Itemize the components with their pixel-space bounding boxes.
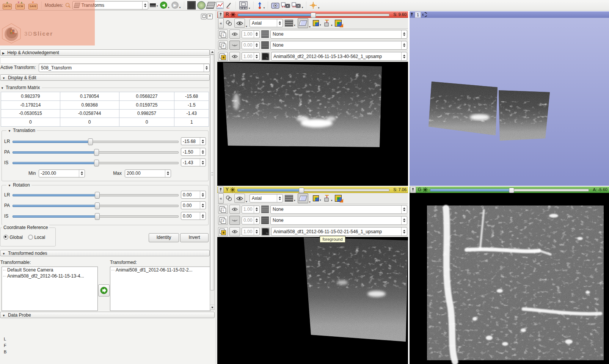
label-visibility-eye-icon[interactable] [229,205,240,214]
pin-icon[interactable] [410,13,413,17]
module-selector[interactable]: Transforms [72,1,148,9]
reformat-button[interactable] [335,195,342,202]
crosshair-button[interactable]: ▼ [309,2,320,9]
matrix-cell[interactable]: 0.0159725 [119,100,174,109]
yellow-slice-image[interactable] [217,237,408,364]
label-volume-selector[interactable]: None [270,205,407,214]
transform-matrix-table[interactable]: 0.982379 0.178054 0.0568227 -15.68 -0.17… [1,92,209,127]
view-spin-icon[interactable] [231,12,235,17]
reformat-button[interactable] [335,20,342,27]
matrix-cell[interactable]: 0.982379 [1,92,60,101]
green-slice-slider[interactable] [430,187,589,192]
matrix-cell[interactable]: 0 [60,118,119,127]
pin-icon[interactable] [218,11,224,18]
background-opacity-spinbox[interactable]: 1.00 [242,228,260,235]
background-layer-icon[interactable]: B [218,52,228,61]
scrollbar-thumb[interactable] [210,55,214,290]
matrix-cell[interactable]: -1.5 [174,100,209,109]
collapse-controller-icon[interactable] [218,193,224,204]
markups-icon[interactable] [225,2,233,9]
dcm-button[interactable]: ▼▲ DCM [14,0,26,10]
foreground-volume-selector[interactable]: None [270,41,407,50]
translation-lr-spinbox[interactable]: -15.68 [181,137,206,145]
red-orientation-selector[interactable]: Axial [250,19,283,27]
list-item[interactable]: Animal508_df1_2012-06-11-15-02-2... [110,267,210,273]
slice-visibility-eye-icon[interactable] [234,194,245,203]
background-volume-selector[interactable]: Animal508_df2_2012-06-11-15-13-40-562_1_… [271,52,407,61]
load-data-button[interactable]: ▲ DATA [2,0,13,10]
background-visibility-eye-icon[interactable] [229,227,240,236]
lightbox-button[interactable]: ▼ [285,195,296,202]
matrix-cell[interactable]: -1.43 [174,109,209,118]
models-icon[interactable] [197,1,206,9]
matrix-cell[interactable]: 0 [119,118,174,127]
local-radio[interactable]: Local [28,235,45,240]
data-probe-section-header[interactable]: Data Probe [0,312,215,318]
foreground-visibility-eye-icon[interactable] [229,216,240,225]
red-slice-image[interactable] [217,62,408,186]
scene-view-icon[interactable] [281,2,290,9]
threed-scene[interactable] [410,18,609,186]
transforms-icon[interactable] [206,2,215,9]
yellow-slice-slider[interactable] [237,187,389,192]
background-opacity-spinbox[interactable]: 1.00 [242,52,260,60]
translation-is-spinbox[interactable]: -1.43 [181,158,206,166]
screenshot-icon[interactable] [271,2,279,9]
rotation-pa-spinbox[interactable]: 0.00 [181,201,206,209]
rotation-is-slider[interactable] [13,213,179,219]
matrix-cell[interactable]: -0.0530515 [1,109,60,118]
matrix-cell[interactable]: 0.0568227 [119,92,174,101]
translation-is-slider[interactable] [13,160,179,166]
green-slice-image[interactable] [410,193,609,364]
ruler-button[interactable]: ▼ [298,193,311,203]
labelmap-icon[interactable] [261,41,269,49]
help-section-header[interactable]: Help & Acknowledgement [0,49,210,56]
labelmap-icon[interactable] [261,30,269,38]
slice-model-button[interactable]: ▼ [313,20,322,26]
collapse-controller-icon[interactable] [218,18,224,28]
label-opacity-spinbox[interactable]: 1.00 [242,30,260,38]
restore-scene-view-button[interactable]: ▼ [292,2,303,9]
identity-button[interactable]: Identity [149,233,179,242]
translation-lr-slider[interactable] [13,138,179,144]
undock-panel-icon[interactable] [201,14,207,19]
matrix-cell[interactable]: 0 [1,118,60,127]
apply-transform-button[interactable] [98,284,110,297]
display-edit-section-header[interactable]: Display & Edit [0,74,210,81]
foreground-opacity-spinbox[interactable]: 0.00 [242,41,260,49]
volumes-icon[interactable] [187,1,196,9]
global-radio[interactable]: Global [3,235,23,240]
close-panel-icon[interactable]: ✕ [207,14,213,19]
background-visibility-eye-icon[interactable] [229,52,240,61]
red-slice-slider[interactable] [238,12,389,17]
labelmap-icon[interactable] [261,217,269,224]
rotation-lr-slider[interactable] [13,192,179,198]
matrix-cell[interactable]: 0.178054 [60,92,119,101]
volume-thumbnail-icon[interactable] [261,228,270,236]
background-volume-selector[interactable]: Animal508_df1_2012-06-11-15-02-21-546_1_… [271,227,407,236]
link-views-icon[interactable] [226,20,232,26]
panel-scrollbar[interactable] [210,49,215,310]
labelmap-icon[interactable] [261,206,269,213]
module-selector-spinner[interactable] [142,2,148,9]
list-item[interactable]: Default Scene Camera [2,267,97,273]
label-visibility-eye-icon[interactable] [229,30,240,39]
label-opacity-spinbox[interactable]: 1.00 [242,206,260,213]
foreground-layer-icon[interactable]: F [218,216,228,225]
history-back-button[interactable]: ◀ ▼ [160,2,170,9]
min-spinbox[interactable]: -200.00 [39,169,85,177]
label-layer-icon[interactable]: L [218,30,228,39]
module-search-icon[interactable] [65,2,71,8]
foreground-opacity-spinbox[interactable]: 0.00 [242,217,260,224]
invert-button[interactable]: Invert [180,233,209,242]
label-layer-icon[interactable]: L [218,205,228,214]
slice-spacing-button[interactable]: ▼ [323,195,333,202]
matrix-cell[interactable]: 0.98368 [60,100,119,109]
background-layer-icon[interactable]: B [218,227,228,236]
module-history-button[interactable]: ▼ [150,3,159,7]
scroll-up-icon[interactable] [210,50,214,55]
view-spin-icon[interactable] [423,187,428,192]
label-volume-selector[interactable]: None [270,30,407,39]
pin-drop-button[interactable]: ▼ [257,2,265,9]
ruler-button[interactable]: ▼ [298,18,311,28]
